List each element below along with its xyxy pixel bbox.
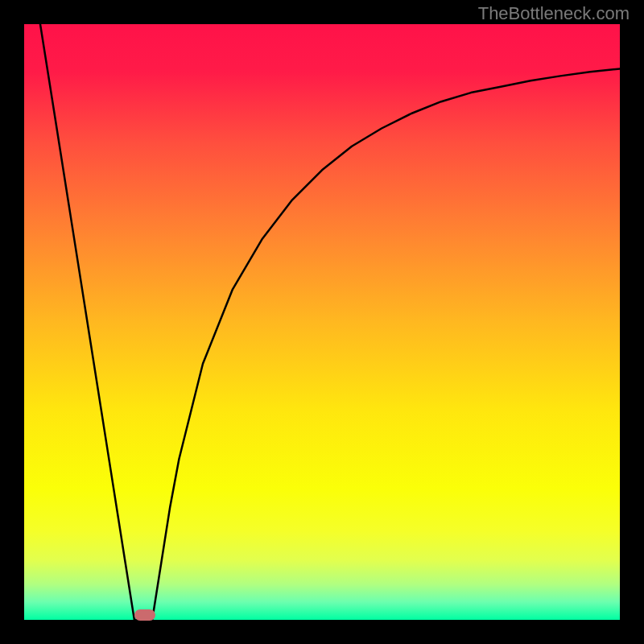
bottleneck-marker: [134, 609, 155, 621]
curve-plot: [24, 24, 620, 620]
watermark-text: TheBottleneck.com: [478, 3, 630, 24]
plot-area: [24, 24, 620, 620]
plot-frame: [24, 24, 620, 620]
